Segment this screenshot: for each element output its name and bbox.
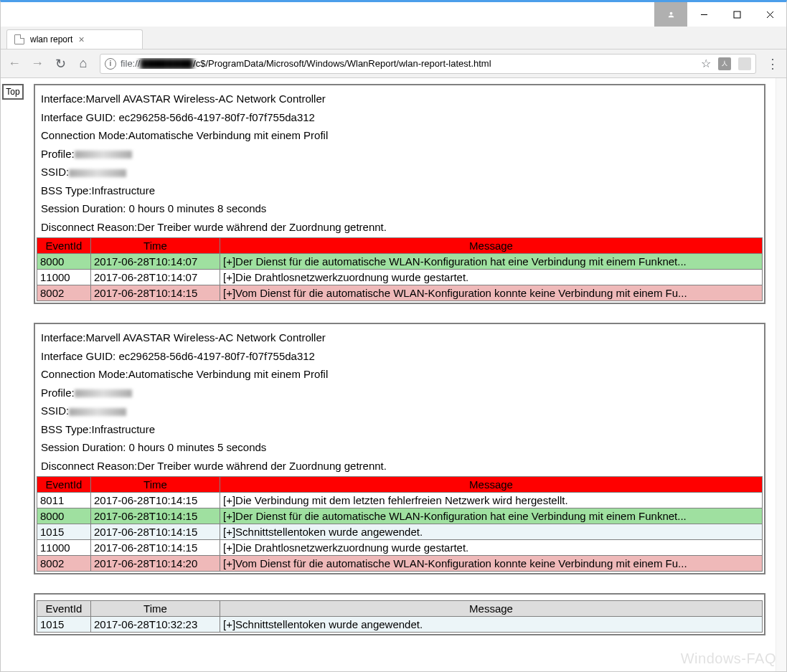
events-panel-standalone: EventId Time Message 1015 2017-06-28T10:… <box>34 593 765 635</box>
table-row[interactable]: 8002 2017-06-28T10:14:20 [+]Vom Dienst f… <box>37 556 763 572</box>
col-msg: Message <box>220 477 763 493</box>
page-content: Top Interface:Marvell AVASTAR Wireless-A… <box>1 78 776 671</box>
window-maximize-button[interactable] <box>720 2 753 27</box>
window-close-button[interactable] <box>753 2 786 27</box>
cell-eventid: 1015 <box>37 617 91 633</box>
cell-time: 2017-06-28T10:14:07 <box>91 270 220 285</box>
table-row[interactable]: 8000 2017-06-28T10:14:07 [+]Der Dienst f… <box>37 254 763 270</box>
watermark-text: Windows-FAQ <box>681 650 776 667</box>
cell-time: 2017-06-28T10:14:15 <box>91 540 220 556</box>
nav-forward-button[interactable]: → <box>31 56 44 71</box>
nav-reload-button[interactable]: ↻ <box>54 56 67 72</box>
session-panel: Interface:Marvell AVASTAR Wireless-AC Ne… <box>34 323 765 574</box>
session-panel: Interface:Marvell AVASTAR Wireless-AC Ne… <box>34 84 765 304</box>
events-table: EventId Time Message 8011 2017-06-28T10:… <box>37 476 763 572</box>
cell-msg: [+]Der Dienst für die automatische WLAN-… <box>220 254 763 270</box>
cell-eventid: 8000 <box>37 254 91 270</box>
cell-eventid: 8011 <box>37 493 91 508</box>
col-time: Time <box>91 477 220 493</box>
cell-eventid: 8002 <box>37 285 91 301</box>
browser-tab[interactable]: wlan report × <box>6 29 143 49</box>
url-bar[interactable]: i file://████████/c$/ProgramData/Microso… <box>100 54 756 74</box>
col-event: EventId <box>37 477 91 493</box>
cell-eventid: 8000 <box>37 508 91 524</box>
cell-time: 2017-06-28T10:14:07 <box>91 254 220 270</box>
table-row[interactable]: 11000 2017-06-28T10:14:15 [+]Die Drahtlo… <box>37 540 763 556</box>
browser-window: wlan report × ← → ↻ ⌂ i file://████████/… <box>0 0 787 672</box>
nav-home-button[interactable]: ⌂ <box>77 56 90 71</box>
cell-time: 2017-06-28T10:14:15 <box>91 285 220 301</box>
url-text: file://████████/c$/ProgramData/Microsoft… <box>121 58 491 69</box>
window-titlebar <box>1 2 786 27</box>
top-anchor-button[interactable]: Top <box>2 84 24 100</box>
vertical-scrollbar[interactable] <box>776 78 786 671</box>
cell-time: 2017-06-28T10:32:23 <box>91 617 220 633</box>
cell-msg: [+]Vom Dienst für die automatische WLAN-… <box>220 556 763 572</box>
col-event: EventId <box>37 238 91 254</box>
page-viewport: Top Interface:Marvell AVASTAR Wireless-A… <box>1 78 786 671</box>
tab-title: wlan report <box>30 34 72 44</box>
tab-strip: wlan report × <box>1 27 786 49</box>
browser-toolbar: ← → ↻ ⌂ i file://████████/c$/ProgramData… <box>1 49 786 78</box>
nav-back-button[interactable]: ← <box>8 56 21 71</box>
table-row[interactable]: 8011 2017-06-28T10:14:15 [+]Die Verbindu… <box>37 493 763 508</box>
table-row[interactable]: 8000 2017-06-28T10:14:15 [+]Der Dienst f… <box>37 508 763 524</box>
cell-eventid: 11000 <box>37 540 91 556</box>
svg-rect-1 <box>734 11 740 18</box>
cell-time: 2017-06-28T10:14:15 <box>91 508 220 524</box>
events-table: EventId Time Message 8000 2017-06-28T10:… <box>37 237 763 301</box>
site-info-icon[interactable]: i <box>105 58 116 70</box>
cell-eventid: 8002 <box>37 556 91 572</box>
col-time: Time <box>91 238 220 254</box>
cell-msg: [+]Vom Dienst für die automatische WLAN-… <box>220 285 763 301</box>
col-event: EventId <box>37 601 91 617</box>
col-msg: Message <box>220 601 763 617</box>
table-row[interactable]: 1015 2017-06-28T10:14:15 [+]Schnittstell… <box>37 524 763 540</box>
cell-time: 2017-06-28T10:14:15 <box>91 493 220 508</box>
document-icon <box>14 34 24 44</box>
cell-time: 2017-06-28T10:14:15 <box>91 524 220 540</box>
cell-msg: [+]Die Drahtlosnetzwerkzuordnung wurde g… <box>220 270 763 285</box>
cell-msg: [+]Schnittstellentoken wurde angewendet. <box>220 524 763 540</box>
table-row[interactable]: 11000 2017-06-28T10:14:07 [+]Die Drahtlo… <box>37 270 763 285</box>
cell-eventid: 1015 <box>37 524 91 540</box>
cell-msg: [+]Schnittstellentoken wurde angewendet. <box>220 617 763 633</box>
col-time: Time <box>91 601 220 617</box>
extension-icon[interactable] <box>738 57 751 70</box>
user-badge-icon[interactable] <box>654 2 687 27</box>
cell-msg: [+]Die Drahtlosnetzwerkzuordnung wurde g… <box>220 540 763 556</box>
col-msg: Message <box>220 238 763 254</box>
tab-close-icon[interactable]: × <box>78 34 84 44</box>
table-row[interactable]: 8002 2017-06-28T10:14:15 [+]Vom Dienst f… <box>37 285 763 301</box>
pdf-extension-icon[interactable]: 人 <box>718 57 731 70</box>
cell-msg: [+]Die Verbindung mit dem letzten fehler… <box>220 493 763 508</box>
cell-time: 2017-06-28T10:14:20 <box>91 556 220 572</box>
window-minimize-button[interactable] <box>687 2 720 27</box>
events-table: EventId Time Message 1015 2017-06-28T10:… <box>37 600 763 633</box>
cell-eventid: 11000 <box>37 270 91 285</box>
cell-msg: [+]Der Dienst für die automatische WLAN-… <box>220 508 763 524</box>
table-row[interactable]: 1015 2017-06-28T10:32:23 [+]Schnittstell… <box>37 617 763 633</box>
bookmark-star-icon[interactable]: ☆ <box>701 57 711 70</box>
